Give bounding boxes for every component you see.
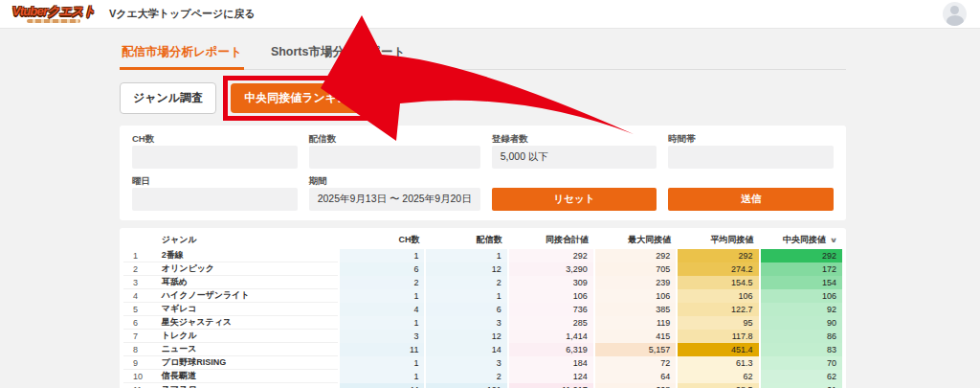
table-row: 6星矢ジャスティス132851199590 <box>123 316 842 330</box>
cell-genre: マギレコ <box>156 303 340 316</box>
cell-ch: 44 <box>339 383 425 388</box>
cell-ch: 2 <box>339 276 425 289</box>
filter-period-input[interactable]: 2025年9月13日 〜 2025年9月20日 <box>309 188 480 211</box>
filter-ch-input[interactable] <box>132 146 298 169</box>
tab-stream-market-report[interactable]: 配信市場分析レポート <box>120 38 244 70</box>
cell-ch: 3 <box>339 330 425 343</box>
column-header-rank[interactable] <box>123 230 156 249</box>
back-to-top-link[interactable]: Vクエ大学トップページに戻る <box>109 7 256 21</box>
cell-max: 119 <box>594 316 677 330</box>
cell-total: 6,319 <box>508 343 594 356</box>
table-row: 3耳舐め22309239154.5154 <box>123 276 842 289</box>
cell-streams: 121 <box>425 383 507 388</box>
sort-caret-icon[interactable]: ∨ <box>830 236 838 244</box>
column-header-median[interactable]: 中央同接値∨ <box>760 230 842 249</box>
cell-avg: 274.2 <box>677 262 759 276</box>
cell-avg: 292 <box>677 249 759 262</box>
column-header-avg[interactable]: 平均同接値 <box>677 230 759 249</box>
column-header-max[interactable]: 最大同接値 <box>594 230 677 249</box>
cell-median: 106 <box>760 289 842 303</box>
cell-max: 72 <box>594 356 677 370</box>
cell-streams: 2 <box>425 276 507 289</box>
filter-field-subscribers: 登録者数5,000 以下 <box>492 133 657 169</box>
cell-rank: 7 <box>123 330 156 343</box>
table-header-row: ジャンルCH数配信数同接合計値最大同接値平均同接値中央同接値∨ <box>123 230 842 249</box>
cell-total: 184 <box>508 356 594 370</box>
median-concurrent-ranking-button[interactable]: 中央同接値ランキング <box>231 83 373 113</box>
cell-rank: 8 <box>123 343 156 356</box>
table-row: 5マギレコ46736385122.792 <box>123 303 842 316</box>
cell-median: 61 <box>760 383 842 388</box>
filter-subscribers-label: 登録者数 <box>492 133 657 143</box>
column-header-streams[interactable]: 配信数 <box>425 230 507 249</box>
filter-ch-label: CH数 <box>132 133 298 143</box>
cell-total: 309 <box>508 276 594 289</box>
cell-avg: 106 <box>677 289 759 303</box>
cell-ch: 6 <box>339 262 425 276</box>
cell-max: 385 <box>594 303 677 316</box>
cell-total: 11,917 <box>508 383 594 388</box>
cell-streams: 3 <box>425 316 507 330</box>
column-header-total[interactable]: 同接合計値 <box>508 230 594 249</box>
cell-median: 154 <box>760 276 842 289</box>
filter-weekday-label: 曜日 <box>132 175 298 185</box>
filter-streams-input[interactable] <box>309 146 480 169</box>
cell-genre: プロ野球RISING <box>156 356 340 370</box>
cell-total: 124 <box>508 370 594 383</box>
cell-streams: 12 <box>425 262 507 276</box>
cell-genre: 信長覇道 <box>156 370 340 383</box>
cell-streams: 12 <box>425 330 507 343</box>
filter-subscribers-input[interactable]: 5,000 以下 <box>492 146 657 169</box>
table-row: 9プロ野球RISING131847261.370 <box>123 356 842 370</box>
cell-median: 172 <box>760 262 842 276</box>
cell-rank: 5 <box>123 303 156 316</box>
cell-max: 239 <box>594 276 677 289</box>
cell-streams: 14 <box>425 343 507 356</box>
submit-button[interactable]: 送信 <box>668 188 834 211</box>
cell-avg: 61.3 <box>677 356 759 370</box>
filter-field-timeband: 時間帯 <box>668 133 834 169</box>
cell-streams: 3 <box>425 356 507 370</box>
view-buttons-row: ジャンル調査 中央同接値ランキング <box>120 76 846 120</box>
cell-total: 285 <box>508 316 594 330</box>
genre-ranking-table-card: ジャンルCH数配信数同接合計値最大同接値平均同接値中央同接値∨ 12番線1129… <box>120 228 846 388</box>
table-row: 2オリンピック6123,290705274.2172 <box>123 262 842 276</box>
table-row: 12番線11292292292292 <box>123 249 842 262</box>
cell-genre: 2番線 <box>156 249 340 262</box>
table-row: 4ハイクノーザンライト11106106106106 <box>123 289 842 303</box>
cell-max: 292 <box>594 249 677 262</box>
cell-avg: 117.8 <box>677 330 759 343</box>
cell-avg: 62 <box>677 370 759 383</box>
filter-timeband-label: 時間帯 <box>668 133 834 143</box>
cell-avg: 122.7 <box>677 303 759 316</box>
cell-total: 736 <box>508 303 594 316</box>
cell-streams: 1 <box>425 289 507 303</box>
vtuber-quest-logo[interactable]: Vtuberクエスト <box>8 5 100 23</box>
cell-genre: オリンピック <box>156 262 340 276</box>
avatar-person-icon <box>950 6 959 14</box>
cell-ch: 1 <box>339 289 425 303</box>
user-avatar[interactable] <box>943 2 967 26</box>
cell-streams: 2 <box>425 370 507 383</box>
cell-median: 62 <box>760 370 842 383</box>
reset-button[interactable]: リセット <box>492 188 657 211</box>
tab-shorts-market-report[interactable]: Shorts市場分析レポート <box>269 38 407 69</box>
cell-total: 3,290 <box>508 262 594 276</box>
filter-weekday-input[interactable] <box>132 188 298 211</box>
cell-rank: 4 <box>123 289 156 303</box>
cell-max: 5,157 <box>594 343 677 356</box>
cell-ch: 11 <box>339 343 425 356</box>
table-row: 7トレクル3121,414415117.886 <box>123 330 842 343</box>
filter-period-label: 期間 <box>309 175 480 185</box>
genre-survey-button[interactable]: ジャンル調査 <box>120 82 216 114</box>
filter-grid: CH数配信数登録者数5,000 以下時間帯曜日期間2025年9月13日 〜 20… <box>132 133 834 211</box>
column-header-ch[interactable]: CH数 <box>339 230 425 249</box>
filter-field-streams: 配信数 <box>309 133 480 169</box>
cell-rank: 3 <box>123 276 156 289</box>
filter-card: CH数配信数登録者数5,000 以下時間帯曜日期間2025年9月13日 〜 20… <box>120 126 846 220</box>
cell-streams: 1 <box>425 249 507 262</box>
cell-rank: 11 <box>123 383 156 388</box>
column-header-genre[interactable]: ジャンル <box>156 230 340 249</box>
filter-timeband-input[interactable] <box>668 146 834 169</box>
cell-genre: トレクル <box>156 330 340 343</box>
